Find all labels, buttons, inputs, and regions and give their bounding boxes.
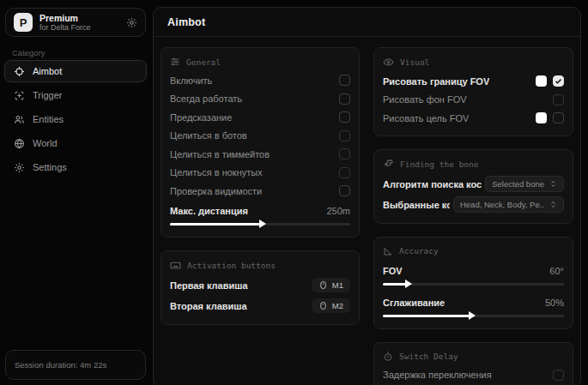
- toggle-row: Всегда работать: [170, 90, 350, 109]
- toggle-row: Проверка видимости: [170, 182, 350, 201]
- slider-label: Макс. дистанция: [170, 206, 248, 216]
- activation-card: Activation buttons Первая клавиша M1 Вто…: [161, 250, 360, 325]
- users-icon: [14, 114, 25, 125]
- chevrons-up-down-icon: [549, 180, 557, 188]
- bone-card: Finding the bone Алгоритм поиска костей …: [373, 149, 573, 224]
- accuracy-card: Accuracy FOV 60° Сглаживание 50%: [373, 237, 573, 329]
- page-title: Aimbot: [167, 16, 205, 28]
- toggle-label: Целиться в ботов: [170, 130, 247, 141]
- mouse-icon: [318, 301, 328, 310]
- checkbox[interactable]: [553, 112, 564, 123]
- sidebar-item-entities[interactable]: Entities: [4, 108, 147, 130]
- toggle-row: Предсказание: [170, 108, 350, 127]
- checkbox[interactable]: [339, 93, 350, 105]
- fov-slider[interactable]: [383, 283, 564, 286]
- dropdown-label: Выбранные кости: [383, 200, 450, 210]
- dropdown-row: Выбранные кости Head, Neck, Body, Pe..: [383, 195, 564, 215]
- brand-title: Premium: [39, 13, 119, 23]
- slider-thumb[interactable]: [259, 220, 266, 228]
- section-title: Finding the bone: [400, 159, 479, 169]
- globe-icon: [14, 138, 25, 149]
- checkbox[interactable]: [339, 111, 350, 123]
- sidebar-item-world[interactable]: World: [4, 132, 147, 154]
- category-label: Category: [12, 48, 45, 57]
- visual-card: Visual Рисовать границу FOV Рисовать фон…: [373, 47, 573, 136]
- triangle-ruler-icon: [383, 246, 393, 256]
- checkbox[interactable]: [553, 75, 564, 87]
- checkbox[interactable]: [553, 94, 564, 105]
- selected-bones-dropdown[interactable]: Head, Neck, Body, Pe..: [453, 196, 564, 213]
- dropdown-label: Алгоритм поиска костей: [383, 179, 482, 189]
- toggle-label: Рисовать цель FOV: [383, 113, 469, 123]
- checkbox[interactable]: [339, 130, 350, 141]
- dropdown-row: Алгоритм поиска костей Selected bone: [383, 174, 564, 195]
- timer-icon: [383, 352, 393, 362]
- bone-algorithm-dropdown[interactable]: Selected bone: [485, 176, 564, 192]
- toggle-label: Рисовать границу FOV: [383, 76, 489, 87]
- section-title: Visual: [400, 57, 429, 67]
- toggle-label: Предсказание: [170, 112, 232, 123]
- max-distance-slider-group: Макс. дистанция 250m: [170, 201, 350, 229]
- slider-label: FOV: [383, 266, 403, 276]
- switch-delay-card: Switch Delay Задержка переключения Задер…: [373, 342, 573, 385]
- keyboard-icon: [170, 260, 181, 271]
- sidebar-item-settings[interactable]: Settings: [4, 156, 147, 178]
- sliders-icon: [170, 57, 180, 67]
- keybind-button-m1[interactable]: M1: [312, 278, 350, 292]
- keybind-button-m2[interactable]: M2: [312, 298, 350, 313]
- main-panel: Aimbot General Включить Всегда работать: [153, 7, 581, 385]
- slider-thumb[interactable]: [469, 311, 476, 320]
- toggle-row: Целиться в тиммейтов: [170, 145, 350, 164]
- section-title: General: [186, 57, 221, 67]
- keybind-row: Первая клавиша M1: [170, 275, 350, 296]
- toggle-row: Рисовать фон FOV: [383, 91, 564, 110]
- mouse-icon: [318, 280, 328, 290]
- checkbox[interactable]: [339, 167, 350, 178]
- toggle-row: Целиться в ботов: [170, 127, 350, 146]
- toggle-label: Задержка переключения: [383, 370, 492, 380]
- max-distance-slider[interactable]: [170, 223, 350, 226]
- sidebar-item-aimbot[interactable]: Aimbot: [4, 60, 147, 82]
- slider-value: 50%: [545, 298, 564, 308]
- smoothing-slider[interactable]: [383, 315, 564, 317]
- checkbox[interactable]: [339, 148, 350, 159]
- slider-thumb[interactable]: [405, 280, 412, 288]
- toggle-label: Включить: [170, 75, 212, 86]
- fov-slider-group: FOV 60°: [383, 261, 564, 289]
- toggle-row: Включить: [170, 71, 350, 90]
- toggle-label: Рисовать фон FOV: [383, 94, 467, 105]
- general-card: General Включить Всегда работать Предска…: [161, 47, 360, 238]
- keybind-label: Вторая клавиша: [170, 301, 247, 311]
- main-header: Aimbot: [154, 8, 580, 37]
- toggle-label: Проверка видимости: [170, 186, 262, 196]
- section-title: Accuracy: [399, 246, 439, 256]
- toggle-row: Целиться в нокнутых: [170, 164, 350, 183]
- checkbox[interactable]: [339, 185, 350, 196]
- color-swatch[interactable]: [536, 112, 547, 123]
- eye-icon: [383, 57, 394, 68]
- toggle-label: Целиться в нокнутых: [170, 167, 263, 177]
- session-duration: Session duration: 4m 22s: [5, 350, 146, 380]
- brand-subtitle: for Delta Force: [39, 23, 119, 32]
- section-title: Switch Delay: [399, 352, 458, 361]
- section-title: Activation buttons: [187, 261, 276, 270]
- settings-gear-icon: [14, 162, 25, 173]
- slider-value: 250m: [326, 206, 350, 216]
- brand-card: P Premium for Delta Force: [5, 8, 146, 37]
- sidebar: P Premium for Delta Force Category Aimbo…: [0, 0, 152, 385]
- bone-icon: [383, 159, 394, 170]
- sidebar-nav: Aimbot Trigger Entities World Settings: [4, 60, 147, 180]
- sidebar-item-label: Trigger: [33, 90, 62, 100]
- slider-label: Сглаживание: [383, 298, 445, 308]
- gear-icon[interactable]: [126, 17, 137, 28]
- sidebar-item-label: Entities: [33, 114, 64, 124]
- app-logo: P: [14, 13, 33, 32]
- sidebar-item-label: World: [33, 138, 58, 148]
- crosshair-icon: [14, 66, 25, 77]
- checkbox[interactable]: [553, 370, 564, 381]
- trigger-icon: [14, 90, 25, 101]
- color-swatch[interactable]: [536, 75, 547, 87]
- keybind-label: Первая клавиша: [170, 280, 248, 291]
- checkbox[interactable]: [339, 75, 350, 86]
- sidebar-item-trigger[interactable]: Trigger: [4, 84, 147, 106]
